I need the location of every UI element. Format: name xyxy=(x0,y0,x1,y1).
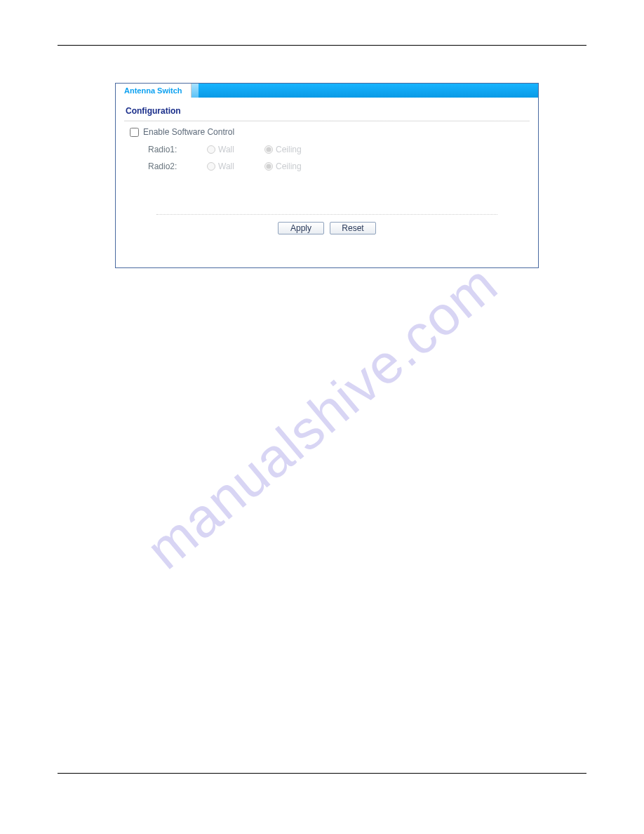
radio1-label: Radio1: xyxy=(128,145,207,154)
button-row: Apply Reset xyxy=(128,222,525,234)
radio2-label: Radio2: xyxy=(128,161,207,171)
radio2-row: Radio2: Wall Ceiling xyxy=(128,158,525,175)
reset-button[interactable]: Reset xyxy=(330,222,376,234)
tab-bar: Antenna Switch xyxy=(116,84,538,98)
radio1-ceiling-radio[interactable] xyxy=(264,145,273,154)
radio2-ceiling-option: Ceiling xyxy=(264,161,322,171)
radio2-ceiling-radio[interactable] xyxy=(264,162,273,171)
radio2-wall-option: Wall xyxy=(207,161,264,171)
watermark-text: manualshive.com xyxy=(135,252,510,581)
enable-software-control-checkbox[interactable] xyxy=(130,128,139,137)
radio1-ceiling-label: Ceiling xyxy=(276,145,302,154)
tab-label: Antenna Switch xyxy=(124,86,182,95)
enable-software-control-label: Enable Software Control xyxy=(143,127,234,137)
section-title: Configuration xyxy=(116,98,538,120)
radio1-row: Radio1: Wall Ceiling xyxy=(128,141,525,158)
page-bottom-rule xyxy=(58,773,586,774)
apply-button[interactable]: Apply xyxy=(278,222,324,234)
radio1-wall-option: Wall xyxy=(207,145,264,154)
radio1-wall-radio[interactable] xyxy=(207,145,215,154)
radio1-ceiling-option: Ceiling xyxy=(264,145,322,154)
config-panel: Antenna Switch Configuration Enable Soft… xyxy=(115,83,539,268)
form-area: Enable Software Control Radio1: Wall Cei… xyxy=(116,121,538,234)
dotted-divider xyxy=(156,214,497,215)
radio2-wall-label: Wall xyxy=(218,161,234,171)
page-top-rule xyxy=(58,45,586,46)
tab-antenna-switch[interactable]: Antenna Switch xyxy=(116,84,192,98)
tab-separator xyxy=(192,84,199,98)
enable-software-control-row: Enable Software Control xyxy=(128,127,525,137)
radio1-wall-label: Wall xyxy=(218,145,234,154)
radio2-ceiling-label: Ceiling xyxy=(276,161,302,171)
radio2-wall-radio[interactable] xyxy=(207,162,215,171)
